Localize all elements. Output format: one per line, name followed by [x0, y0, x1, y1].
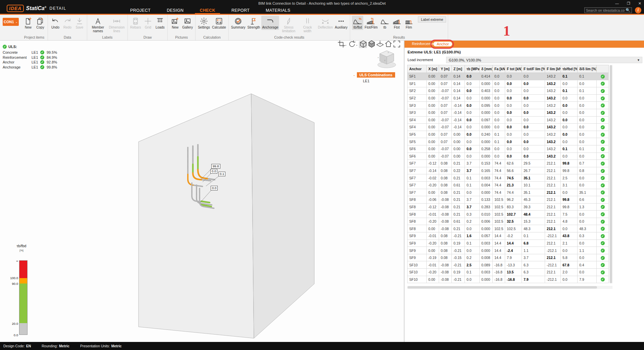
member-names-button[interactable]: Member names	[89, 16, 107, 33]
scrollbar-thumb[interactable]	[610, 65, 612, 283]
auxiliary-button[interactable]: Auxiliary	[334, 16, 348, 30]
undo-button[interactable]: Undo	[50, 16, 61, 30]
table-row[interactable]: SF8-0.12-0.080.213.70.283102.583.339.321…	[408, 203, 609, 211]
search-input[interactable]	[586, 8, 625, 12]
label-extreme-button[interactable]: Label extreme	[418, 16, 446, 23]
table-row[interactable]: SF20.00-0.070.140.00.4030.00.00.0143.20.…	[408, 87, 609, 95]
summary-button[interactable]: Summary	[230, 16, 246, 30]
table-row[interactable]: SF60.00-0.070.000.00.0000.00.00.0143.20.…	[408, 152, 609, 160]
table-row[interactable]: SF80.00-0.080.210.00.000102.5102.548.321…	[408, 225, 609, 232]
status-cell: ✓	[597, 232, 609, 240]
value-cell: 212.1	[545, 254, 561, 261]
con1-selector-button[interactable]: CON1⌄	[3, 18, 19, 26]
anchorage-button[interactable]: Anchorage	[261, 16, 279, 30]
new-button[interactable]: New	[22, 16, 34, 30]
info-badge-icon[interactable]: i	[635, 7, 641, 13]
tree-item-le1[interactable]: LE1	[363, 79, 395, 83]
strength-button[interactable]: Strength	[247, 16, 261, 30]
table-row[interactable]: SF90.000.08-0.210.00.00014.4-2.41.1-212.…	[408, 247, 609, 254]
column-header-z-m[interactable]: Z [m]	[452, 65, 465, 73]
copy-button[interactable]: Copy	[35, 16, 46, 30]
crop-button[interactable]	[337, 41, 345, 48]
table-row[interactable]: SF7-0.140.080.223.70.16574.456.626.7212.…	[408, 167, 609, 174]
b-fbd-button[interactable]: %τb/fbd	[352, 16, 363, 30]
table-row[interactable]: SF10.000.070.140.00.4140.00.00.0143.20.1…	[408, 73, 609, 80]
table-row[interactable]: SF60.00-0.070.000.00.2580.00.00.0143.20.…	[408, 145, 609, 152]
table-row[interactable]: SF50.000.070.000.00.2400.10.00.0143.20.0…	[408, 131, 609, 138]
table-row[interactable]: SF7-0.020.080.210.10.00374.474.535.1212.…	[408, 174, 609, 182]
table-row[interactable]: SF9-0.200.080.190.10.00314.414.46.8212.1…	[408, 239, 609, 247]
table-row[interactable]: SF100.00-0.08-0.210.00.000-16.8-16.87.9-…	[408, 276, 609, 283]
gallery-button[interactable]: Gallery	[181, 16, 194, 30]
menu-report[interactable]: REPORT	[231, 8, 250, 13]
value-cell: 0.19	[452, 269, 465, 276]
value-cell: 0.4	[578, 261, 597, 269]
column-header-y-m[interactable]: Y [m]	[439, 65, 452, 73]
status-ok-icon: ✓	[601, 140, 605, 144]
table-row[interactable]: SF9-0.190.08-0.150.20.00814.47.93.7212.1…	[408, 254, 609, 261]
load-increment-dropdown[interactable]: G100.0%, V100.0% ▼	[446, 57, 642, 63]
table-row[interactable]: SF10.000.070.140.00.0000.00.00.0143.20.0…	[408, 80, 609, 87]
status-ok-icon: ✓	[601, 118, 605, 122]
table-row[interactable]: SF50.000.070.000.00.0000.10.00.0143.20.0…	[408, 138, 609, 145]
column-header-anchor[interactable]: Anchor	[408, 65, 427, 73]
close-button[interactable]: ✕	[638, 0, 641, 7]
b-button[interactable]: τb	[379, 16, 390, 30]
flim-button[interactable]: Flim	[403, 16, 415, 30]
table-row[interactable]: SF8-0.20-0.080.610.20.006102.532.515.321…	[408, 218, 609, 225]
new-button[interactable]: New	[169, 16, 181, 30]
column-header-lim[interactable]: δ/δ lim [%]	[578, 65, 597, 73]
value-cell: -0.08	[439, 196, 452, 204]
table-row[interactable]: SF40.00-0.07-0.140.00.0000.00.00.0143.20…	[408, 124, 609, 131]
3d-viewport[interactable]: ⌄⌄ x y z ✓ ULS: ConcreteLE1✓99.5%Reinfor…	[0, 41, 404, 342]
chevron-down-icon[interactable]: ⌄	[345, 43, 347, 46]
minimize-button[interactable]: —	[615, 0, 619, 7]
table-row[interactable]: SF20.00-0.070.140.00.0000.00.00.0143.20.…	[408, 94, 609, 102]
value-cell: 0.0	[578, 94, 597, 102]
anchor-name-cell: SF7	[408, 160, 427, 167]
column-header-x-m[interactable]: X [m]	[427, 65, 439, 73]
loads-button[interactable]: Loads	[154, 16, 166, 30]
table-row[interactable]: SF10-0.01-0.08-0.212.50.089-16.8-13.36.3…	[408, 261, 609, 269]
chevron-down-icon[interactable]: ⌄	[356, 43, 358, 46]
column-header-mm[interactable]: δ [mm]	[480, 65, 493, 73]
calculate-button[interactable]: Calculate	[211, 16, 227, 30]
navigation-cube[interactable]: x y z	[374, 47, 399, 72]
table-row[interactable]: SF7-0.120.080.213.70.15374.462.629.5212.…	[408, 160, 609, 167]
column-header-fa-kn[interactable]: Fa [kN]	[493, 65, 505, 73]
table-row[interactable]: SF30.000.07-0.140.00.0000.00.00.0143.20.…	[408, 109, 609, 116]
menu-materials[interactable]: MATERIALS	[266, 8, 290, 13]
column-header-f-tot-f-lim[interactable]: F tot/F lim [%]	[522, 65, 545, 73]
cube-wire-button[interactable]	[359, 41, 367, 48]
table-row[interactable]: SF30.000.07-0.140.00.0950.00.00.0143.20.…	[408, 102, 609, 109]
column-header-b-mpa[interactable]: τb [MPa]	[465, 65, 480, 73]
status-ok-icon: ✓	[40, 50, 44, 54]
scrollbar-thumb[interactable]	[408, 286, 597, 289]
table-row[interactable]: SF8-0.01-0.080.210.30.010102.5102.748.42…	[408, 211, 609, 218]
ftot-button[interactable]: Ftot	[391, 16, 402, 30]
table-row[interactable]: SF9-0.010.08-0.211.60.05714.4-0.20.1-212…	[408, 232, 609, 240]
menu-project[interactable]: PROJECT	[130, 8, 151, 13]
table-row[interactable]: SF10-0.20-0.080.190.10.003-16.813.56.321…	[408, 269, 609, 276]
settings-button[interactable]: Settings	[197, 16, 211, 30]
value-cell: 102.7	[505, 211, 522, 218]
column-header-f-lim-kn[interactable]: F lim [kN]	[545, 65, 561, 73]
tab-anchor[interactable]: Anchor	[433, 42, 452, 46]
tree-root-uls-combinations[interactable]: ⌄ ULS Combinations	[353, 72, 395, 78]
ftot-flim-button[interactable]: %Ftot/Flim	[364, 16, 378, 30]
table-row[interactable]: SF8-0.06-0.080.213.70.133102.596.245.321…	[408, 196, 609, 204]
table-row[interactable]: SF70.000.080.210.00.00074.474.435.1212.1…	[408, 189, 609, 196]
table-row[interactable]: SF40.00-0.07-0.140.00.0970.00.00.0143.20…	[408, 116, 609, 124]
column-header-b-fbd[interactable]: τb/fbd [%]	[561, 65, 578, 73]
restore-button[interactable]: ❐	[627, 0, 630, 7]
horizontal-scrollbar[interactable]	[407, 286, 612, 289]
menu-check[interactable]: CHECK	[200, 8, 215, 13]
uls-item-name: Concrete	[3, 50, 32, 54]
rotate-button[interactable]	[348, 41, 356, 48]
vertical-scrollbar[interactable]	[609, 65, 612, 283]
column-header-f-tot-kn[interactable]: F tot [kN]	[505, 65, 522, 73]
menu-design[interactable]: DESIGN	[167, 8, 183, 13]
search-box[interactable]: 🔍	[584, 7, 632, 13]
table-row[interactable]: SF7-0.200.080.610.10.00474.421.310.1212.…	[408, 181, 609, 189]
column-header-item[interactable]	[597, 65, 609, 73]
